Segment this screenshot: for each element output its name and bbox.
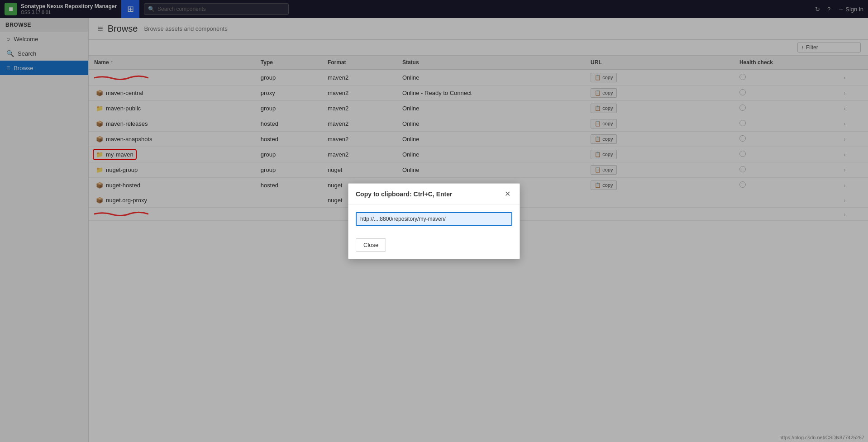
dialog-title: Copy to clipboard: Ctrl+C, Enter: [356, 190, 453, 198]
dialog-header: Copy to clipboard: Ctrl+C, Enter ✕: [348, 184, 520, 205]
dialog-body: [348, 205, 520, 238]
dialog-close-button[interactable]: ✕: [502, 189, 512, 199]
dialog-close-btn[interactable]: Close: [356, 238, 386, 252]
dialog-overlay: Copy to clipboard: Ctrl+C, Enter ✕ Close: [0, 0, 868, 442]
dialog-url-input[interactable]: [356, 212, 512, 226]
dialog-footer: Close: [348, 238, 520, 259]
copy-dialog: Copy to clipboard: Ctrl+C, Enter ✕ Close: [348, 183, 520, 259]
